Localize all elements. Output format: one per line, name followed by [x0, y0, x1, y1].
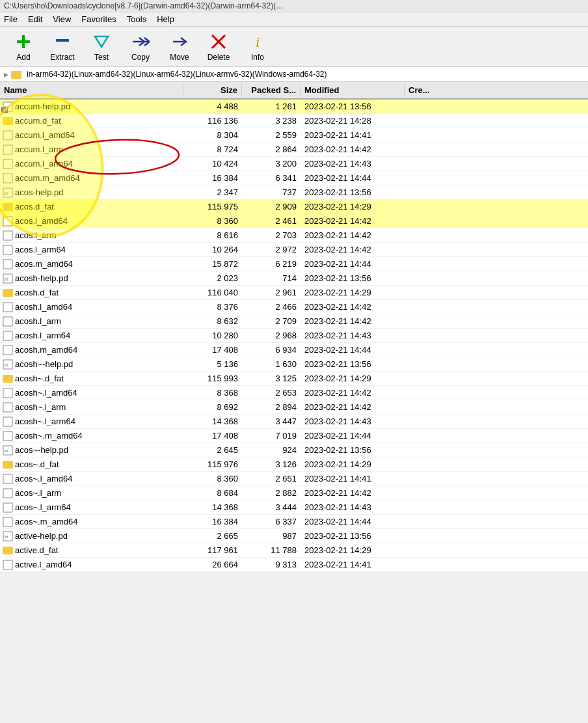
- menu-file[interactable]: File: [4, 14, 18, 24]
- copy-button[interactable]: Copy: [122, 29, 159, 64]
- add-button[interactable]: Add: [5, 29, 42, 64]
- title-bar: C:\Users\ho\Downloads\cyclone[v8.7-6](Da…: [0, 0, 588, 12]
- table-row[interactable]: 2d active-help.pd 2 665 987 2023-02-21 1…: [0, 529, 588, 543]
- menu-favorites[interactable]: Favorites: [81, 14, 116, 24]
- table-row[interactable]: 2d acosh-help.pd 2 023 714 2023-02-21 13…: [0, 271, 588, 286]
- file-icon: [3, 474, 13, 484]
- file-size: 8 304: [183, 130, 242, 141]
- file-packed: 2 559: [242, 130, 301, 141]
- svg-rect-42: [3, 560, 12, 569]
- file-created: [405, 292, 588, 293]
- file-name-text: acosh~.m_amd64: [15, 431, 83, 441]
- doc2d-icon: 2d: [3, 273, 13, 284]
- table-row[interactable]: acosh.m_amd64 17 408 6 934 2023-02-21 14…: [0, 343, 588, 357]
- folder-icon: [3, 288, 13, 298]
- file-name-text: acosh~.d_fat: [15, 374, 64, 383]
- table-row[interactable]: 2d acosh~-help.pd 5 136 1 630 2023-02-21…: [0, 357, 588, 372]
- svg-rect-13: [3, 145, 12, 154]
- file-name-cell: acosh.m_amd64: [0, 344, 183, 356]
- file-created: [405, 407, 588, 408]
- table-row[interactable]: accum.l_arm64 10 424 3 200 2023-02-21 14…: [0, 157, 588, 171]
- table-row[interactable]: acos.l_amd64 8 360 2 461 2023-02-21 14:4…: [0, 214, 588, 228]
- file-modified: 2023-02-21 14:42: [301, 230, 405, 241]
- col-created[interactable]: Cre...: [405, 83, 588, 97]
- file-modified: 2023-02-21 14:43: [301, 416, 405, 427]
- file-created: [405, 106, 588, 107]
- file-name-cell: accum.l_amd64: [0, 130, 183, 141]
- menu-help[interactable]: Help: [157, 14, 174, 24]
- file-modified: 2023-02-21 14:29: [301, 373, 405, 384]
- file-size: 116 040: [183, 287, 242, 298]
- file-name-cell: acos~.l_arm: [0, 487, 183, 499]
- path-bar: ▸ in-arm64-32)(Linux-amd64-32)(Linux-arm…: [0, 67, 588, 82]
- menu-view[interactable]: View: [53, 14, 71, 24]
- table-row[interactable]: accum.l_arm 8 724 2 864 2023-02-21 14:42: [0, 143, 588, 157]
- file-size: 16 384: [183, 516, 242, 527]
- file-created: [405, 235, 588, 236]
- file-list-container: Name Size Packed S... Modified Cre... 2d…: [0, 82, 588, 572]
- table-row[interactable]: accum.m_amd64 16 384 6 341 2023-02-21 14…: [0, 171, 588, 185]
- file-name-text: acosh.m_amd64: [15, 345, 77, 355]
- svg-rect-36: [3, 474, 12, 484]
- file-size: 8 368: [183, 387, 242, 398]
- file-size: 2 023: [183, 273, 242, 284]
- table-row[interactable]: acosh~.d_fat 115 993 3 125 2023-02-21 14…: [0, 372, 588, 386]
- table-row[interactable]: active.d_fat 117 961 11 788 2023-02-21 1…: [0, 543, 588, 558]
- file-name-cell: acosh.l_arm64: [0, 330, 183, 342]
- table-row[interactable]: acosh~.l_arm64 14 368 3 447 2023-02-21 1…: [0, 415, 588, 429]
- menu-tools[interactable]: Tools: [127, 14, 146, 24]
- table-row[interactable]: 2d accum-help.pd 4 488 1 261 2023-02-21 …: [0, 100, 588, 114]
- file-packed: 2 882: [242, 487, 301, 498]
- file-name-cell: accum.l_arm64: [0, 158, 183, 170]
- file-name-text: acos-help.pd: [15, 187, 63, 197]
- table-row[interactable]: acosh~.l_arm 8 692 2 894 2023-02-21 14:4…: [0, 400, 588, 415]
- table-row[interactable]: acos.l_arm64 10 264 2 972 2023-02-21 14:…: [0, 243, 588, 257]
- table-row[interactable]: acos~.m_amd64 16 384 6 337 2023-02-21 14…: [0, 515, 588, 529]
- file-name-cell: 2d acosh~-help.pd: [0, 359, 183, 370]
- path-nav-icon[interactable]: ▸: [4, 69, 8, 79]
- col-modified[interactable]: Modified: [301, 83, 405, 97]
- table-row[interactable]: acosh~.l_amd64 8 368 2 653 2023-02-21 14…: [0, 386, 588, 400]
- info-button[interactable]: i Info: [239, 29, 276, 64]
- path-text: in-arm64-32)(Linux-amd64-32)(Linux-arm64…: [27, 70, 327, 79]
- test-button[interactable]: Test: [83, 29, 120, 64]
- col-packed[interactable]: Packed S...: [242, 83, 301, 97]
- table-row[interactable]: 2d acos~-help.pd 2 645 924 2023-02-21 13…: [0, 443, 588, 457]
- file-created: [405, 564, 588, 566]
- table-row[interactable]: acos.l_arm 8 616 2 703 2023-02-21 14:42: [0, 228, 588, 243]
- file-created: [405, 192, 588, 193]
- table-row[interactable]: acos~.d_fat 115 976 3 126 2023-02-21 14:…: [0, 457, 588, 472]
- table-row[interactable]: acos~.l_amd64 8 360 2 651 2023-02-21 14:…: [0, 472, 588, 486]
- file-name-cell: accum.m_amd64: [0, 172, 183, 184]
- delete-button[interactable]: Delete: [200, 29, 237, 64]
- table-row[interactable]: acosh.l_arm 8 632 2 709 2023-02-21 14:42: [0, 314, 588, 329]
- table-row[interactable]: accum.d_fat 116 136 3 238 2023-02-21 14:…: [0, 114, 588, 128]
- col-name[interactable]: Name: [0, 83, 183, 97]
- file-created: [405, 378, 588, 379]
- file-name-cell: acos~.l_amd64: [0, 473, 183, 485]
- move-button[interactable]: Move: [161, 29, 198, 64]
- table-row[interactable]: active.l_amd64 26 664 9 313 2023-02-21 1…: [0, 558, 588, 572]
- svg-rect-26: [3, 331, 12, 340]
- table-row[interactable]: acos.m_amd64 15 872 6 219 2023-02-21 14:…: [0, 257, 588, 271]
- doc2d-icon: 2d: [3, 187, 13, 198]
- extract-button[interactable]: Extract: [44, 29, 81, 64]
- table-row[interactable]: acosh~.m_amd64 17 408 7 019 2023-02-21 1…: [0, 429, 588, 443]
- file-modified: 2023-02-21 14:42: [301, 487, 405, 498]
- table-row[interactable]: acos~.l_arm 8 684 2 882 2023-02-21 14:42: [0, 486, 588, 500]
- table-row[interactable]: 2d acos-help.pd 2 347 737 2023-02-21 13:…: [0, 185, 588, 200]
- table-row[interactable]: acosh.l_amd64 8 376 2 466 2023-02-21 14:…: [0, 300, 588, 314]
- table-row[interactable]: acos.d_fat 115 975 2 909 2023-02-21 14:2…: [0, 200, 588, 214]
- file-size: 10 424: [183, 158, 242, 169]
- table-row[interactable]: acos~.l_arm64 14 368 3 444 2023-02-21 14…: [0, 500, 588, 515]
- table-row[interactable]: accum.l_amd64 8 304 2 559 2023-02-21 14:…: [0, 128, 588, 143]
- file-size: 16 384: [183, 172, 242, 184]
- file-name-text: acosh~.l_amd64: [15, 388, 77, 398]
- file-size: 14 368: [183, 416, 242, 427]
- table-row[interactable]: acosh.l_arm64 10 280 2 968 2023-02-21 14…: [0, 329, 588, 343]
- menu-edit[interactable]: Edit: [28, 14, 42, 24]
- col-size[interactable]: Size: [183, 83, 242, 97]
- file-name-text: acosh.l_amd64: [15, 302, 72, 312]
- file-modified: 2023-02-21 14:43: [301, 330, 405, 341]
- table-row[interactable]: acosh.d_fat 116 040 2 961 2023-02-21 14:…: [0, 286, 588, 300]
